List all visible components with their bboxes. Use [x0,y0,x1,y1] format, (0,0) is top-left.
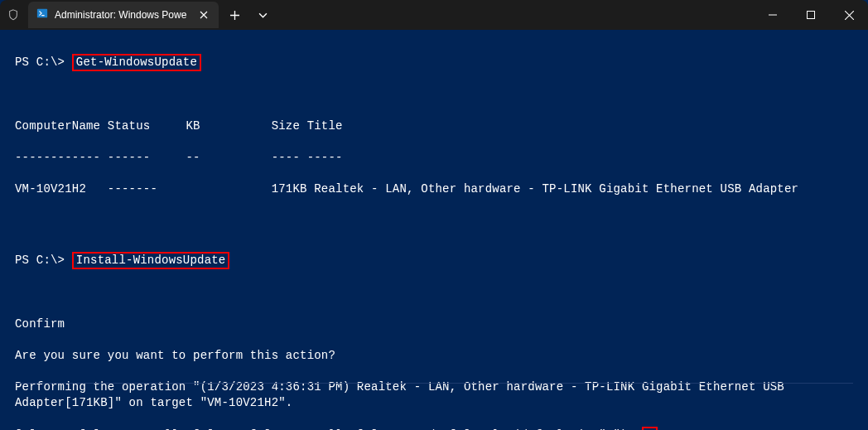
prompt: PS C:\> [15,56,65,69]
terminal-output[interactable]: PS C:\> Get-WindowsUpdate ComputerName S… [0,30,868,430]
confirm-operation: Performing the operation "(1/3/2023 4:36… [15,379,853,411]
separator-line [15,383,853,384]
tab-title: Administrator: Windows Powe [55,9,190,21]
window-controls [754,0,868,30]
titlebar: Administrator: Windows Powe [0,0,868,30]
new-tab-button[interactable] [222,2,247,27]
table-header: ComputerName Status KB Size Title [15,118,853,134]
svg-rect-0 [37,9,47,18]
svg-rect-1 [808,12,815,19]
minimize-button[interactable] [754,0,792,30]
confirm-question: Are you sure you want to perform this ac… [15,348,853,364]
tab-dropdown-button[interactable] [250,2,275,27]
command-install-windowsupdate: Install-WindowsUpdate [72,252,230,269]
tab-close-icon[interactable] [197,8,210,22]
maximize-button[interactable] [792,0,830,30]
tab-powershell[interactable]: Administrator: Windows Powe [28,2,219,28]
table-row: VM-10V21H2 ------- 171KB Realtek - LAN, … [15,181,853,197]
close-button[interactable] [830,0,868,30]
table-divider: ------------ ------ -- ---- ----- [15,150,853,166]
prompt: PS C:\> [15,254,65,267]
confirm-answer: A [642,427,658,430]
shield-icon [0,9,27,21]
confirm-title: Confirm [15,316,853,332]
powershell-icon [36,7,48,22]
command-get-windowsupdate: Get-WindowsUpdate [72,54,201,71]
